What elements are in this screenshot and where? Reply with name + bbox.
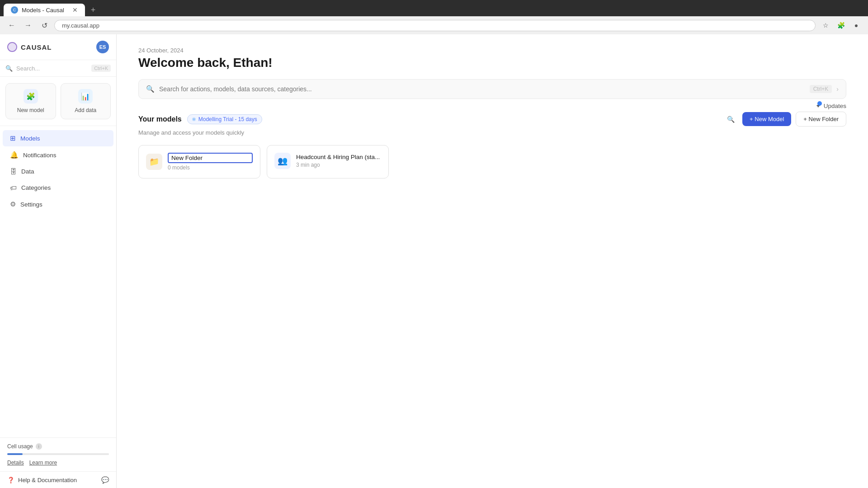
sidebar-item-label-data: Data <box>21 168 34 175</box>
folder-name-input[interactable] <box>168 153 253 163</box>
add-data-label: Add data <box>75 107 96 113</box>
sidebar-logo: CAUSAL <box>7 42 52 52</box>
main-search-icon: 🔍 <box>146 85 155 93</box>
folder-info: 0 models <box>168 153 253 171</box>
avatar[interactable]: ES <box>96 41 109 53</box>
browser-toolbar: ← → ↺ my.causal.app ☆ 🧩 ● <box>0 16 868 34</box>
help-icon: ❓ <box>7 477 14 483</box>
learn-more-link[interactable]: Learn more <box>29 460 57 466</box>
help-text[interactable]: Help & Documentation <box>18 477 77 483</box>
active-tab[interactable]: C Models - Causal ✕ <box>4 4 85 16</box>
sidebar-nav: ⊞ Models 🔔 Notifications 🗄 Data 🏷 Catego… <box>0 126 116 437</box>
headcount-info: Headcount & Hiring Plan (sta... 3 min ag… <box>296 154 381 168</box>
footer-links: Details Learn more <box>7 460 109 466</box>
reload-button[interactable]: ↺ <box>38 19 51 32</box>
chat-icon[interactable]: 💬 <box>101 476 109 483</box>
main-search-shortcut: Ctrl+K <box>810 85 832 93</box>
avatar-initials: ES <box>99 44 106 50</box>
sidebar-item-notifications[interactable]: 🔔 Notifications <box>3 147 113 163</box>
data-icon: 🗄 <box>10 168 17 175</box>
sidebar: CAUSAL ES 🔍 Search... Ctrl+K 🧩 New model… <box>0 34 117 488</box>
progress-bar-bg <box>7 453 109 455</box>
headcount-meta: 3 min ago <box>296 162 381 168</box>
new-tab-button[interactable]: + <box>87 4 99 16</box>
sidebar-header: CAUSAL ES <box>0 34 116 60</box>
tab-close-button[interactable]: ✕ <box>72 6 78 14</box>
updates-button[interactable]: ✦ Updates <box>816 102 846 109</box>
models-subtitle: Manage and access your models quickly <box>138 129 846 136</box>
main-search-input[interactable] <box>159 85 805 93</box>
bookmark-icon[interactable]: ☆ <box>819 19 832 32</box>
quick-action-new-model[interactable]: 🧩 New model <box>5 83 56 119</box>
trial-badge[interactable]: Modelling Trial - 15 days <box>187 114 262 124</box>
main-search-bar[interactable]: 🔍 Ctrl+K › <box>138 79 846 99</box>
sidebar-item-data[interactable]: 🗄 Data <box>3 164 113 179</box>
new-model-icon: 🧩 <box>24 89 38 103</box>
cell-usage-info-icon[interactable]: i <box>36 443 42 450</box>
cell-usage-label: Cell usage <box>7 443 33 450</box>
app-layout: CAUSAL ES 🔍 Search... Ctrl+K 🧩 New model… <box>0 34 868 488</box>
date-text: 24 October, 2024 <box>138 47 846 54</box>
models-title-area: Your models Modelling Trial - 15 days <box>138 114 262 124</box>
search-placeholder: Search... <box>16 65 40 72</box>
sidebar-search[interactable]: 🔍 Search... Ctrl+K <box>0 60 116 77</box>
toolbar-icons: ☆ 🧩 ● <box>819 19 863 32</box>
tab-favicon: C <box>11 6 18 14</box>
forward-button[interactable]: → <box>22 19 34 32</box>
sidebar-item-label-models: Models <box>20 135 40 142</box>
model-card-inner-headcount: 👥 Headcount & Hiring Plan (sta... 3 min … <box>267 145 388 176</box>
models-section: Your models Modelling Trial - 15 days 🔍 … <box>117 112 868 178</box>
folder-icon: 📁 <box>146 154 162 170</box>
extensions-icon[interactable]: 🧩 <box>835 19 847 32</box>
sidebar-item-label-notifications: Notifications <box>23 152 57 159</box>
new-model-label: New model <box>17 107 44 113</box>
welcome-text: Welcome back, Ethan! <box>138 56 846 70</box>
tab-title: Models - Causal <box>22 7 64 14</box>
models-search-button[interactable]: 🔍 <box>723 112 738 127</box>
models-grid: 📁 0 models 👥 Headcount & Hiring Plan (st… <box>138 145 846 178</box>
url-text: my.causal.app <box>62 22 99 29</box>
model-card-headcount[interactable]: 👥 Headcount & Hiring Plan (sta... 3 min … <box>267 145 389 178</box>
search-shortcut: Ctrl+K <box>91 65 111 72</box>
sidebar-item-label-categories: Categories <box>21 184 51 191</box>
categories-icon: 🏷 <box>10 184 17 192</box>
quick-action-add-data[interactable]: 📊 Add data <box>61 83 111 119</box>
search-icon: 🔍 <box>5 65 13 72</box>
headcount-name: Headcount & Hiring Plan (sta... <box>296 154 381 160</box>
new-model-button[interactable]: + New Model <box>742 112 791 126</box>
model-card-inner: 📁 0 models <box>139 145 260 178</box>
cell-usage-header: Cell usage i <box>7 443 109 450</box>
main-header: 24 October, 2024 Welcome back, Ethan! ✦ … <box>117 34 868 79</box>
sidebar-footer: Cell usage i Details Learn more <box>0 437 116 471</box>
models-actions: 🔍 + New Model + New Folder <box>723 112 846 127</box>
sidebar-item-settings[interactable]: ⚙ Settings <box>3 196 113 212</box>
browser-chrome: C Models - Causal ✕ + ← → ↺ my.causal.ap… <box>0 0 868 34</box>
models-title: Your models <box>138 115 182 123</box>
folder-meta: 0 models <box>168 164 253 171</box>
model-card-new-folder[interactable]: 📁 0 models <box>138 145 260 178</box>
logo-text: CAUSAL <box>21 43 52 51</box>
models-icon: ⊞ <box>10 134 16 142</box>
details-link[interactable]: Details <box>7 460 24 466</box>
notifications-icon: 🔔 <box>10 151 19 159</box>
sidebar-item-categories[interactable]: 🏷 Categories <box>3 180 113 196</box>
trial-status-dot <box>192 117 196 121</box>
sidebar-quick-actions: 🧩 New model 📊 Add data <box>0 77 116 126</box>
sidebar-item-label-settings: Settings <box>20 201 42 208</box>
main-search-arrow-icon: › <box>836 85 839 93</box>
add-data-icon: 📊 <box>78 89 93 103</box>
back-button[interactable]: ← <box>5 19 18 32</box>
url-bar[interactable]: my.causal.app <box>54 20 816 31</box>
sidebar-item-models[interactable]: ⊞ Models <box>3 130 113 146</box>
trial-badge-label: Modelling Trial - 15 days <box>198 116 257 122</box>
updates-notification-dot <box>817 101 822 106</box>
main-content: 24 October, 2024 Welcome back, Ethan! ✦ … <box>117 34 868 488</box>
updates-label: Updates <box>824 103 846 109</box>
browser-tabs: C Models - Causal ✕ + <box>0 0 868 16</box>
logo-icon <box>7 42 17 52</box>
headcount-icon: 👥 <box>274 153 291 169</box>
models-header: Your models Modelling Trial - 15 days 🔍 … <box>138 112 846 127</box>
profile-icon[interactable]: ● <box>850 19 863 32</box>
new-folder-button[interactable]: + New Folder <box>796 112 846 127</box>
updates-icon-wrap: ✦ <box>816 102 821 109</box>
